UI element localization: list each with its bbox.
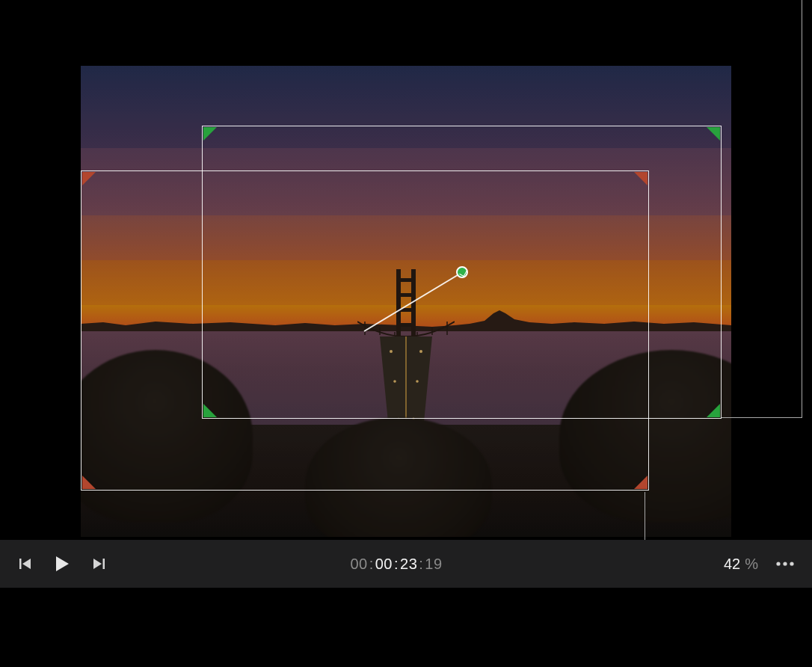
callout-leader: [722, 417, 802, 418]
kenburns-start-handle[interactable]: [634, 172, 648, 185]
playback-toolbar: 00 : 00 : 23 : 19 42 %: [0, 540, 812, 588]
previous-frame-button[interactable]: [18, 556, 33, 571]
kenburns-start-handle[interactable]: [82, 476, 96, 489]
timecode-display[interactable]: 00 : 00 : 23 : 19: [350, 556, 461, 573]
kenburns-start-handle[interactable]: [634, 476, 648, 489]
timecode-mm: 00: [375, 556, 393, 573]
timecode-hh: 00: [350, 556, 367, 573]
timecode-ff: 19: [425, 556, 442, 573]
timecode-ss: 23: [400, 556, 417, 573]
timecode-sep: :: [369, 556, 374, 573]
kenburns-end-handle[interactable]: [203, 404, 217, 417]
zoom-value: 42: [724, 556, 740, 573]
svg-point-17: [783, 562, 787, 565]
svg-rect-15: [103, 559, 105, 569]
svg-point-18: [790, 562, 793, 565]
kenburns-end-handle[interactable]: [203, 127, 217, 141]
kenburns-start-handle[interactable]: [82, 172, 96, 185]
next-frame-button[interactable]: [91, 556, 106, 571]
below-toolbar-area: [0, 588, 812, 667]
zoom-level[interactable]: 42 %: [724, 556, 758, 573]
timecode-sep: :: [394, 556, 399, 573]
svg-rect-14: [19, 559, 22, 569]
kenburns-end-handle[interactable]: [707, 127, 720, 141]
callout-leader: [802, 0, 802, 417]
timecode-sep: :: [419, 556, 423, 573]
svg-point-16: [776, 562, 780, 565]
zoom-unit: %: [745, 556, 758, 573]
kenburns-motion-end-handle[interactable]: [456, 266, 468, 278]
more-options-button[interactable]: [775, 556, 796, 571]
kenburns-end-handle[interactable]: [707, 404, 720, 417]
play-button[interactable]: [52, 554, 72, 574]
